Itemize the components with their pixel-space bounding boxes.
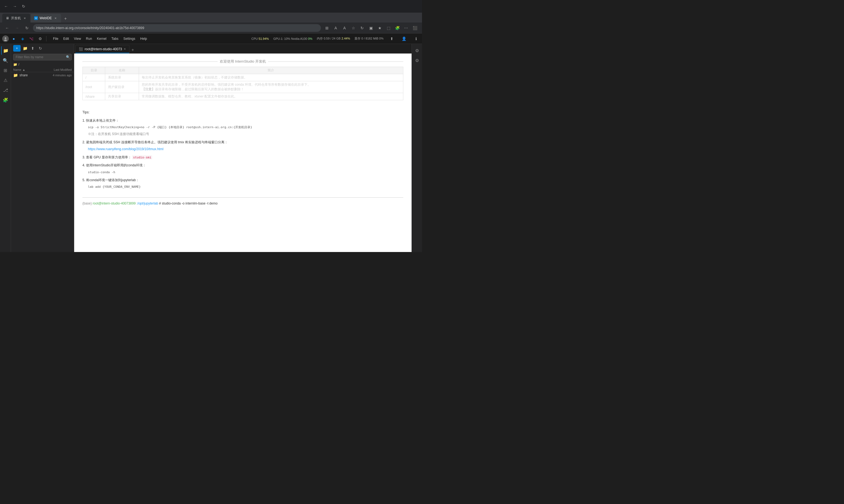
reload-button[interactable]: ↻ xyxy=(20,2,28,10)
dir-cell-2: /share xyxy=(83,93,105,100)
upload-icon[interactable]: ⬆ xyxy=(388,35,396,42)
upload-file-button[interactable]: ⬆ xyxy=(29,45,36,52)
file-item-modified: 4 minutes ago xyxy=(41,74,72,77)
vscode-icon[interactable]: ◈ xyxy=(19,35,27,42)
new-tab-button[interactable]: + xyxy=(62,15,69,22)
welcome-title: 欢迎使用 InternStudio 开发机 xyxy=(220,59,266,64)
browser-tab-webide[interactable]: W WebIDE ✕ xyxy=(31,14,61,22)
menu-help[interactable]: Help xyxy=(138,36,149,42)
refresh-files-button[interactable]: ↻ xyxy=(37,45,44,52)
user2-icon[interactable]: 👤 xyxy=(400,35,408,42)
list-item[interactable]: 📁 share 4 minutes ago xyxy=(11,72,74,78)
git-icon[interactable]: ⌥ xyxy=(28,35,35,42)
extensions2-icon[interactable]: 🧩 xyxy=(393,24,401,32)
menu-view[interactable]: View xyxy=(72,36,83,42)
table-header-desc: 简介 xyxy=(139,67,403,74)
sidebar2-icon[interactable]: ▣ xyxy=(367,24,375,32)
breadcrumb: 📁 / xyxy=(11,61,74,68)
profile-icon[interactable]: ⬛ xyxy=(411,24,419,32)
cpu-label: CPU 51.94% xyxy=(252,37,269,40)
tab-close-devmachine[interactable]: ✕ xyxy=(22,16,27,20)
bookmark-icon[interactable]: ☆ xyxy=(349,24,357,32)
collections-icon[interactable]: ⬚ xyxy=(385,24,392,32)
files-sidebar-icon[interactable]: 📁 xyxy=(1,46,10,55)
editor-tab-bar: ⬛ root@intern-studio-40073 ✕ + xyxy=(74,44,412,54)
puzzle-sidebar-icon[interactable]: 🧩 xyxy=(1,95,10,104)
search-icon: 🔍 xyxy=(66,55,70,59)
desc-cell-0: 每次停止开发机会将其恢复至系统（镜像）初始状态，不建议存储数据。 xyxy=(139,74,403,81)
notebook-content[interactable]: 欢迎使用 InternStudio 开发机 目录 名称 简介 / xyxy=(74,54,412,252)
menu-kernel[interactable]: Kernel xyxy=(95,36,109,42)
dir-cell-1: /root xyxy=(83,81,105,93)
right-settings-icon[interactable]: ⚙ xyxy=(413,46,421,55)
vram-info: 显存 0 / 8182 MiB 0% xyxy=(355,37,383,41)
font-icon[interactable]: A xyxy=(341,24,348,32)
main-layout: 📁 🔍 ⊞ ⚠ ⎇ 🧩 + 📁 ⬆ ↻ 🔍 📁 / Name ▲ Last Mo… xyxy=(0,44,422,252)
favorites-icon[interactable]: ★ xyxy=(376,24,383,32)
back-nav-button[interactable]: ← xyxy=(3,24,11,32)
extensions-sidebar-icon[interactable]: ⊞ xyxy=(1,66,10,75)
terminal-tab-close[interactable]: ✕ xyxy=(124,48,126,51)
file-panel-toolbar: + 📁 ⬆ ↻ xyxy=(11,44,74,53)
jupyterlab-toolbar: ● ◈ ⌥ ⚙ File Edit View Run Kernel Tabs S… xyxy=(0,34,422,44)
editor-tab-terminal[interactable]: ⬛ root@intern-studio-40073 ✕ xyxy=(75,45,130,53)
table-header-name: 名称 xyxy=(105,67,139,74)
right-gear-icon[interactable]: ⚙ xyxy=(413,56,421,65)
url-bar[interactable]: https://studio.intern-ai.org.cn/console/… xyxy=(33,24,321,32)
browser-toolbar-icons: ⊞ A A ☆ ↻ ▣ ★ ⬚ 🧩 ⋯ ⬛ xyxy=(323,24,419,32)
search-sidebar-icon[interactable]: 🔍 xyxy=(1,56,10,65)
new-file-button[interactable]: + xyxy=(13,45,21,52)
tips-title: Tips: xyxy=(82,110,403,115)
menu-edit[interactable]: Edit xyxy=(61,36,71,42)
file-browser-panel: + 📁 ⬆ ↻ 🔍 📁 / Name ▲ Last Modified 📁 sha… xyxy=(11,44,74,252)
settings2-icon[interactable]: ⚙ xyxy=(36,35,44,42)
refresh-nav-button[interactable]: ↻ xyxy=(23,24,31,32)
cmd-path: :/opt/jupyterlab xyxy=(137,201,158,205)
menu-tabs[interactable]: Tabs xyxy=(109,36,121,42)
modified-column-header: Last Modified xyxy=(41,68,72,71)
tip-4: 4. 使用InternStudio开箱即用的conda环境： studio-co… xyxy=(82,163,403,175)
file-list: 📁 share 4 minutes ago xyxy=(11,72,74,252)
extensions-icon[interactable]: ⊞ xyxy=(323,24,331,32)
forward-button[interactable]: → xyxy=(11,2,19,10)
info-icon[interactable]: ℹ xyxy=(412,35,420,42)
more-icon[interactable]: ⋯ xyxy=(402,24,410,32)
tip-3: 3. 查看 GPU 显存和算力使用率： studio-smi xyxy=(82,155,403,161)
desc-cell-2: 常用微调数据集、模型仓库、教程、xtuner 配置文件都存放在此。 xyxy=(139,93,403,100)
name-column-header[interactable]: Name ▲ xyxy=(13,68,41,71)
browser-tab-devmachine[interactable]: 🖥 开发机 ✕ xyxy=(2,14,30,22)
browser-chrome: ← → ↻ xyxy=(0,0,422,13)
tab-label-webide: WebIDE xyxy=(39,16,52,20)
tip-1-note: ※注：在开发机 SSH 连接功能查看端口号 xyxy=(82,131,403,137)
user-avatar xyxy=(2,35,9,42)
webide-favicon: W xyxy=(34,16,38,20)
menu-run[interactable]: Run xyxy=(84,36,94,42)
menu-file[interactable]: File xyxy=(51,36,61,42)
tip-3-code: studio-smi xyxy=(132,155,152,160)
search-input[interactable] xyxy=(13,54,72,60)
svg-point-1 xyxy=(5,37,6,39)
add-editor-tab-button[interactable]: + xyxy=(130,47,136,53)
cmd-base: (base) xyxy=(82,201,92,205)
refresh2-icon[interactable]: ↻ xyxy=(358,24,366,32)
translate-icon[interactable]: A xyxy=(332,24,340,32)
activity-bar: 📁 🔍 ⊞ ⚠ ⎇ 🧩 xyxy=(0,44,11,252)
tip-2-url[interactable]: https://www.ruanyifeng.com/blog/2019/10/… xyxy=(82,146,403,152)
tip-1: 1. 快速从本地上传文件： scp -o StrictHostKeyChecki… xyxy=(82,118,403,137)
intern-icon[interactable]: ● xyxy=(10,35,18,42)
menu-settings[interactable]: Settings xyxy=(121,36,137,42)
tip-4-code: studio-conda -h xyxy=(82,170,403,175)
back-button[interactable]: ← xyxy=(2,2,10,10)
debug-sidebar-icon[interactable]: ⚠ xyxy=(1,76,10,85)
forward-nav-button[interactable]: → xyxy=(13,24,21,32)
tab-close-webide[interactable]: ✕ xyxy=(53,16,58,20)
new-folder-button[interactable]: 📁 xyxy=(22,45,28,52)
git-sidebar-icon[interactable]: ⎇ xyxy=(1,86,10,94)
right-sidebar: ⚙ ⚙ xyxy=(412,44,422,252)
terminal-tab-icon: ⬛ xyxy=(79,47,83,51)
directory-table: 目录 名称 简介 / 系统目录 每次停止开发机会将其恢复至系统（镜像）初始状态，… xyxy=(82,67,403,100)
tip-5-code: lab add {YOUR_CONDA_ENV_NAME} xyxy=(82,184,403,190)
section-divider xyxy=(82,197,403,198)
devmachine-favicon: 🖥 xyxy=(5,16,9,20)
desc-cell-1: 您的所有开发共享此目录，不受开发机的启停影响。强烈建议将 conda 环境、代码… xyxy=(139,81,403,93)
